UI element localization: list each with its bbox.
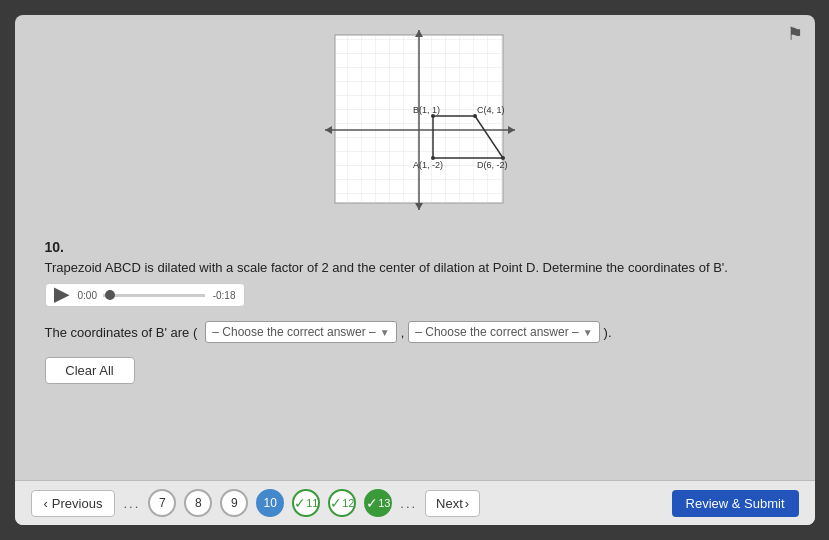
next-label: Next [436,496,463,511]
content-area: B(1, 1) C(4, 1) A(1, -2) D(6, -2) 10. Tr… [15,15,815,480]
page-13-check: ✓ [366,495,378,511]
page-11[interactable]: ✓ 11 [292,489,320,517]
bottom-nav: ‹ Previous ... 7 8 9 10 ✓ 11 ✓ 12 ✓ 13 .… [15,480,815,525]
page-12-label: 12 [342,497,354,509]
page-12[interactable]: ✓ 12 [328,489,356,517]
answer-comma: , [401,325,405,340]
answer-row: The coordinates of B' are ( – Choose the… [45,321,785,343]
svg-marker-3 [508,126,515,134]
coordinate-graph: B(1, 1) C(4, 1) A(1, -2) D(6, -2) [305,25,525,225]
chevron-right-icon: › [465,496,469,511]
clear-all-button[interactable]: Clear All [45,357,135,384]
page-11-check: ✓ [294,495,306,511]
svg-text:A(1, -2): A(1, -2) [413,160,443,170]
svg-text:B(1, 1): B(1, 1) [413,105,440,115]
page-13-label: 13 [378,497,390,509]
dropdown-y-label: – Choose the correct answer – [415,325,578,339]
page-10[interactable]: 10 [256,489,284,517]
page-7-label: 7 [159,496,166,510]
flag-icon[interactable]: ⚑ [787,23,803,45]
page-9-label: 9 [231,496,238,510]
previous-button[interactable]: ‹ Previous [31,490,116,517]
dropdown-x-coordinate[interactable]: – Choose the correct answer – ▼ [205,321,396,343]
graph-container: B(1, 1) C(4, 1) A(1, -2) D(6, -2) [305,25,525,225]
dropdown-x-label: – Choose the correct answer – [212,325,375,339]
page-13[interactable]: ✓ 13 [364,489,392,517]
dots-before: ... [123,496,140,511]
audio-time-end: -0:18 [213,290,236,301]
question-number: 10. [45,239,785,255]
audio-time-start: 0:00 [78,290,97,301]
next-button[interactable]: Next › [425,490,480,517]
audio-player[interactable]: 0:00 -0:18 [45,283,245,307]
chevron-left-icon: ‹ [44,496,48,511]
audio-progress-bar[interactable] [103,294,205,297]
page-11-label: 11 [306,497,318,509]
page-9[interactable]: 9 [220,489,248,517]
question-text: Trapezoid ABCD is dilated with a scale f… [45,259,785,277]
page-8[interactable]: 8 [184,489,212,517]
dropdown-y-arrow: ▼ [583,327,593,338]
page-7[interactable]: 7 [148,489,176,517]
page-12-check: ✓ [330,495,342,511]
dropdown-x-arrow: ▼ [380,327,390,338]
main-container: ⚑ [15,15,815,525]
svg-text:C(4, 1): C(4, 1) [477,105,505,115]
graph-area: B(1, 1) C(4, 1) A(1, -2) D(6, -2) [45,25,785,225]
page-10-label: 10 [264,496,277,510]
page-8-label: 8 [195,496,202,510]
answer-suffix: ). [604,325,612,340]
previous-label: Previous [52,496,103,511]
svg-marker-4 [325,126,332,134]
dropdown-y-coordinate[interactable]: – Choose the correct answer – ▼ [408,321,599,343]
dots-after: ... [400,496,417,511]
svg-marker-6 [415,30,423,37]
answer-prefix: The coordinates of B' are ( [45,325,198,340]
svg-text:D(6, -2): D(6, -2) [477,160,508,170]
audio-progress-dot [105,290,115,300]
play-button[interactable] [54,287,70,303]
svg-marker-7 [415,203,423,210]
review-submit-button[interactable]: Review & Submit [672,490,799,517]
